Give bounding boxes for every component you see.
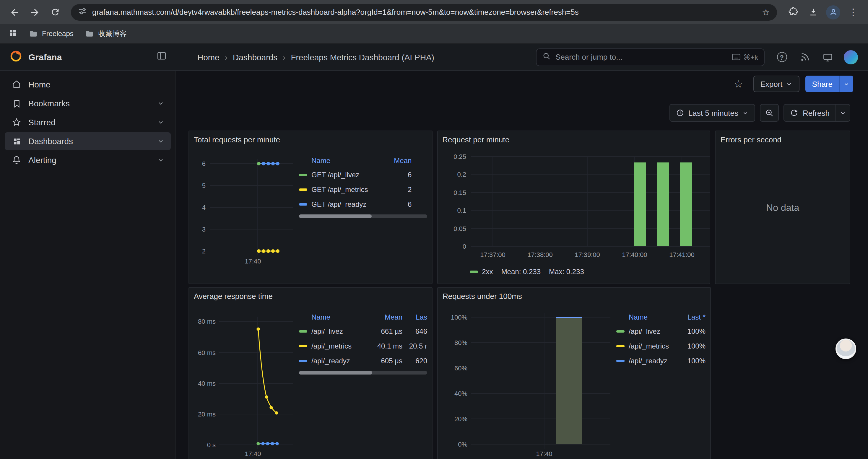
search-input[interactable]: Search or jump to... ⌘+k (536, 48, 765, 66)
legend-table: Name Last * /api/_livez 100% /api/_metri… (616, 311, 706, 458)
under-100ms-chart: 100% 80% 60% 40% 20% 0% 17:40 (442, 302, 613, 458)
chevron-down-icon[interactable] (157, 157, 164, 164)
svg-text:4: 4 (202, 204, 206, 211)
url-text: grafana.mathmast.com/d/deytv4rwavabkb/fr… (92, 8, 757, 17)
legend-col-name[interactable]: Name (299, 157, 378, 165)
svg-text:40%: 40% (454, 390, 467, 397)
refresh-interval-caret[interactable] (836, 104, 850, 122)
help-icon[interactable]: ? (773, 48, 790, 66)
zoom-out-button[interactable] (760, 104, 779, 122)
zoom-out-icon (765, 108, 774, 117)
clock-icon (676, 109, 684, 117)
svg-text:80 ms: 80 ms (198, 318, 216, 325)
legend-scrollbar[interactable] (299, 371, 427, 374)
bookmark-folder-blog[interactable]: 收藏博客 (85, 29, 127, 39)
breadcrumb: Home › Dashboards › Freeleaps Metrics Da… (197, 52, 434, 62)
apps-grid-icon[interactable] (8, 28, 17, 39)
export-button[interactable]: Export (753, 76, 800, 92)
sidebar: Home Bookmarks Starred Dashboards Alerti… (0, 71, 176, 459)
bookmark-folder-freeleaps[interactable]: Freeleaps (29, 29, 73, 38)
panel-title[interactable]: Errors per second (720, 134, 845, 146)
svg-text:0 s: 0 s (207, 441, 216, 449)
bookmark-star-icon[interactable]: ☆ (762, 8, 770, 17)
legend-item-2xx[interactable]: 2xx (469, 268, 493, 276)
chevron-down-icon (786, 80, 793, 87)
url-bar[interactable]: grafana.mathmast.com/d/deytv4rwavabkb/fr… (71, 4, 777, 21)
dock-menu-icon[interactable] (157, 51, 167, 63)
time-range-button[interactable]: Last 5 minutes (670, 104, 755, 122)
legend-row[interactable]: GET /api/_livez 6 (299, 167, 427, 182)
scrollbar-thumb[interactable] (299, 215, 372, 218)
panel-title[interactable]: Total requests per minute (194, 134, 427, 146)
svg-text:0: 0 (462, 243, 466, 250)
legend-row[interactable]: /api/_livez 661 µs 646 (299, 324, 427, 338)
legend-row[interactable]: /api/_readyz 100% (616, 353, 706, 368)
downloads-icon[interactable] (804, 3, 822, 21)
series-color-icon (299, 345, 307, 347)
svg-text:0%: 0% (458, 441, 467, 448)
profile-avatar[interactable] (842, 48, 860, 66)
legend-row[interactable]: /api/_livez 100% (616, 324, 706, 338)
svg-text:3: 3 (202, 226, 206, 233)
assistant-avatar[interactable] (836, 338, 856, 359)
legend-col-name[interactable]: Name (616, 313, 676, 321)
legend-col-mean[interactable]: Mean (378, 157, 411, 165)
bookmarks-bar: Freeleaps 收藏博客 (0, 24, 868, 44)
favorite-star-button[interactable]: ☆ (730, 75, 747, 93)
legend-row[interactable]: GET /api/_readyz 6 (299, 197, 427, 211)
svg-text:20 ms: 20 ms (198, 411, 216, 418)
legend-col-mean[interactable]: Mean (366, 313, 402, 321)
refresh-icon (790, 109, 799, 117)
legend-col-last[interactable]: Las (402, 313, 427, 321)
total-requests-chart: 6 5 4 3 2 17:40 (194, 146, 296, 266)
panel-title[interactable]: Requests under 100ms (442, 291, 706, 302)
screen: grafana.mathmast.com/d/deytv4rwavabkb/fr… (0, 0, 868, 459)
forward-button[interactable] (26, 3, 44, 21)
breadcrumb-dashboards[interactable]: Dashboards (233, 52, 277, 62)
series-color-icon (616, 330, 625, 332)
panel-total-requests: Total requests per minute 6 (188, 131, 432, 284)
svg-text:40 ms: 40 ms (198, 380, 216, 387)
browser-profile-avatar[interactable] (824, 3, 842, 21)
svg-text:0.05: 0.05 (453, 225, 466, 232)
panel-title[interactable]: Average response time (194, 291, 427, 302)
legend-row[interactable]: /api/_readyz 605 µs 620 (299, 353, 427, 368)
chevron-down-icon[interactable] (157, 100, 164, 107)
panel-errors-per-second: Errors per second No data (715, 131, 850, 284)
news-rss-icon[interactable] (796, 48, 814, 66)
svg-text:17:40: 17:40 (245, 258, 261, 265)
legend-col-last[interactable]: Last * (676, 313, 706, 321)
panel-title[interactable]: Request per minute (442, 134, 705, 146)
site-controls-icon[interactable] (78, 6, 88, 18)
grafana-logo[interactable] (9, 49, 23, 65)
browser-menu-icon[interactable]: ⋮ (844, 3, 862, 21)
share-caret-button[interactable] (839, 76, 853, 92)
svg-text:17:38:00: 17:38:00 (527, 251, 553, 258)
svg-text:5: 5 (202, 182, 206, 189)
share-button[interactable]: Share (806, 76, 839, 92)
display-icon[interactable] (819, 48, 837, 66)
scrollbar-thumb[interactable] (299, 371, 372, 374)
legend-row[interactable]: /api/_metrics 40.1 ms 20.5 r (299, 338, 427, 353)
chevron-down-icon[interactable] (157, 138, 164, 145)
sidebar-item-home[interactable]: Home (5, 76, 171, 93)
series-color-icon (299, 173, 307, 176)
panel-avg-response-time: Average response time 80 ms (188, 287, 433, 459)
sidebar-item-starred[interactable]: Starred (5, 113, 171, 131)
legend-table: Name Mean GET /api/_livez 6 GET /api/_me… (299, 154, 427, 266)
refresh-button[interactable]: Refresh (784, 104, 836, 122)
legend-col-name[interactable]: Name (299, 313, 366, 321)
sidebar-item-alerting[interactable]: Alerting (5, 151, 171, 169)
legend-row[interactable]: GET /api/_metrics 2 (299, 182, 427, 197)
chevron-down-icon[interactable] (157, 119, 164, 126)
back-button[interactable] (6, 3, 24, 21)
request-per-minute-chart: 0.25 0.2 0.15 0.1 0.05 0 17:37:00 17:38:… (442, 146, 710, 264)
legend-scrollbar[interactable] (299, 215, 427, 218)
grafana-header: Grafana Home › Dashboards › Freeleaps Me… (0, 44, 868, 71)
breadcrumb-home[interactable]: Home (197, 52, 219, 62)
legend-row[interactable]: /api/_metrics 100% (616, 338, 706, 353)
extensions-icon[interactable] (784, 3, 802, 21)
reload-button[interactable] (46, 3, 64, 21)
sidebar-item-dashboards[interactable]: Dashboards (5, 132, 171, 150)
sidebar-item-bookmarks[interactable]: Bookmarks (5, 95, 171, 112)
